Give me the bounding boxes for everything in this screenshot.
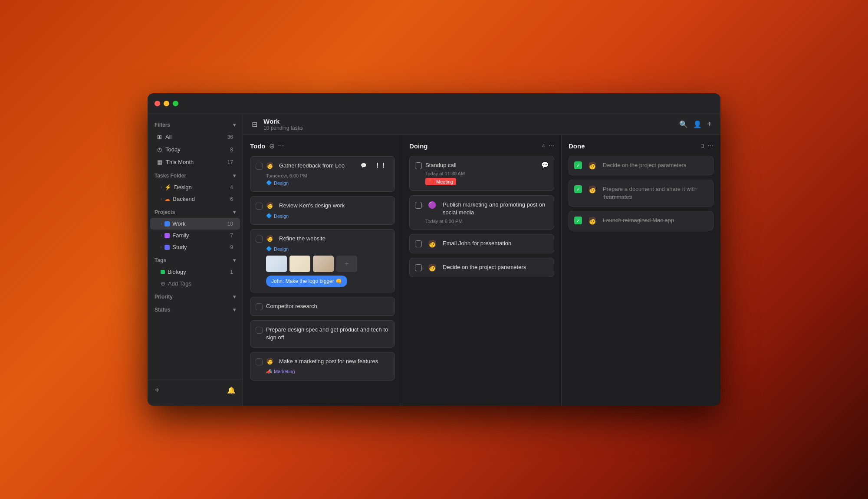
add-item-button[interactable]: + [155,385,160,395]
status-header[interactable]: Status ▾ [148,304,243,315]
todo-card-5-checkbox[interactable] [256,327,263,334]
clock-icon: ◷ [157,146,162,153]
todo-column-actions: ⊕ ··· [269,142,284,150]
todo-card-1: 🧑 Gather feedback from Leo 💬 ❕❕ Tomorrow… [250,156,395,192]
minimize-button[interactable] [164,101,169,106]
family-chevron: › [161,233,162,238]
done-card-2-top: ✓ 🧑 Prepare a document and share it with… [574,185,708,201]
sidebar-item-this-month[interactable]: ▦ This Month 17 [150,156,240,168]
sidebar-item-family[interactable]: › Family 7 [150,230,240,241]
add-button[interactable]: + [707,120,712,129]
done-card-2: ✓ 🧑 Prepare a document and share it with… [569,180,713,207]
status-label: Status [155,307,171,313]
add-tags-button[interactable]: ⊕ Add Tags [150,278,240,289]
maximize-button[interactable] [173,101,178,106]
priority-header[interactable]: Priority ▾ [148,291,243,302]
kanban-board: Todo ⊕ ··· 🧑 Gather feedback from Leo [243,135,720,406]
app-window: Filters ▾ ⊞ All 36 ◷ Today 8 ▦ This Mont… [148,93,720,406]
sidebar-item-work[interactable]: › Work 10 [150,218,240,230]
todo-card-1-checkbox[interactable] [256,163,263,170]
todo-card-6-title: Make a marketing post for new features [279,358,389,365]
doing-column-header: Doing 4 ··· [409,142,554,150]
tags-header[interactable]: Tags ▾ [148,255,243,266]
doing-card-2-avatar: 🟣 [428,201,437,209]
todo-card-1-avatar: 🧑 [266,162,276,171]
tasks-folder-header[interactable]: Tasks Folder ▾ [148,170,243,181]
todo-card-2-avatar: 🧑 [266,202,276,211]
filters-section: Filters ▾ ⊞ All 36 ◷ Today 8 ▦ This Mont… [148,119,243,168]
todo-card-1-meta: Tomorrow, 6:00 PM [266,173,389,178]
todo-title: Todo [250,142,266,150]
done-card-2-title: Prepare a document and share it with Tea… [603,185,708,201]
filters-chevron: ▾ [233,122,236,128]
user-icon[interactable]: 👤 [693,120,702,128]
tags-section: Tags ▾ Biology 1 ⊕ Add Tags [148,255,243,289]
doing-more-icon[interactable]: ··· [549,142,554,150]
doing-card-3-checkbox[interactable] [415,240,422,247]
backend-label: Backend [173,196,195,202]
all-label: All [165,134,171,140]
done-count: 3 [701,143,704,149]
todo-card-6-checkbox[interactable] [256,358,263,365]
sidebar-item-biology[interactable]: Biology 1 [150,266,240,278]
todo-card-2-title: Review Ken's design work [279,202,389,210]
done-card-3: ✓ 🧑 Launch reimagined Mac app [569,211,713,230]
sidebar-toggle-icon[interactable]: ⊟ [252,120,257,128]
projects-section: Projects ▾ › Work 10 › Family 7 › [148,207,243,253]
doing-card-2-checkbox[interactable] [415,202,422,209]
meeting-tag: 🔴 Meeting [425,178,456,185]
filters-header[interactable]: Filters ▾ [148,119,243,131]
page-title: Work [263,118,303,125]
todo-card-6-avatar: 🧑 [266,358,276,367]
this-month-label: This Month [166,159,194,165]
doing-card-2-top: 🟣 Publish marketing and promoting post o… [415,201,549,217]
todo-card-4-checkbox[interactable] [256,303,263,310]
projects-header[interactable]: Projects ▾ [148,207,243,218]
sidebar-item-today[interactable]: ◷ Today 8 [150,143,240,156]
todo-add-icon[interactable]: ⊕ [269,142,275,150]
doing-card-4-avatar: 🧑 [428,263,437,272]
todo-card-3-checkbox[interactable] [256,236,263,243]
done-card-2-checkbox[interactable]: ✓ [574,185,582,193]
done-card-1-checkbox[interactable]: ✓ [574,161,582,169]
todo-card-4-title: Competitor research [266,302,389,310]
sidebar-item-backend[interactable]: › ☁ Backend 6 [150,193,240,205]
done-card-3-checkbox[interactable]: ✓ [574,217,582,224]
sidebar-item-design[interactable]: › ⚡ Design 4 [150,181,240,193]
design-label: Design [174,184,191,190]
todo-card-3-avatar: 🧑 [266,235,276,244]
doing-card-1-checkbox[interactable] [415,162,422,169]
projects-chevron: ▾ [233,209,236,215]
doing-card-4: 🧑 Decide on the project parameters [409,258,554,277]
todo-card-1-badges: 💬 ❕❕ [358,162,389,169]
add-tags-label: Add Tags [168,280,191,287]
todo-card-1-chat-icon: 💬 [358,162,369,169]
close-button[interactable] [155,101,160,106]
sidebar-item-all[interactable]: ⊞ All 36 [150,131,240,143]
tags-chevron: ▾ [233,257,236,263]
study-chevron: › [159,246,164,248]
todo-card-2-checkbox[interactable] [256,203,263,210]
done-card-2-avatar: 🧑 [588,185,597,194]
main-area: Filters ▾ ⊞ All 36 ◷ Today 8 ▦ This Mont… [148,114,720,406]
todo-more-icon[interactable]: ··· [278,142,284,150]
biology-label: Biology [168,269,186,275]
notifications-bell[interactable]: 🔔 [227,386,236,394]
done-column: Done 3 ··· ✓ 🧑 Decide on the project par… [562,135,720,406]
content-header: ⊟ Work 10 pending tasks 🔍 👤 + [243,114,720,135]
study-color [164,245,170,250]
done-column-header: Done 3 ··· [569,142,713,150]
status-chevron: ▾ [233,307,236,313]
tasks-folder-chevron: ▾ [233,173,236,179]
grid-icon: ⊞ [157,134,162,140]
doing-card-2: 🟣 Publish marketing and promoting post o… [409,195,554,229]
done-more-icon[interactable]: ··· [708,142,713,150]
doing-card-1-meta: Today at 11:30 AM [425,171,549,176]
search-icon[interactable]: 🔍 [679,120,688,128]
titlebar [148,93,720,114]
sidebar-item-study[interactable]: › Study 9 [150,241,240,253]
image-thumb-extra: + [336,256,357,272]
doing-card-4-checkbox[interactable] [415,264,422,271]
todo-card-4-top: Competitor research [256,302,389,310]
todo-card-3-top: 🧑 Refine the website [256,235,389,244]
